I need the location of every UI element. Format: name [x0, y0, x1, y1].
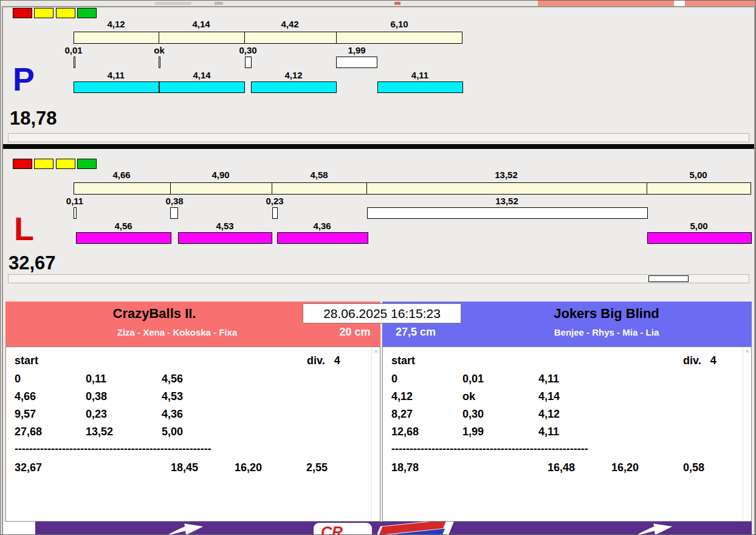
heat-split-bar-segment [366, 182, 647, 195]
dog-time: 4,36 [313, 221, 331, 231]
datetime-display: 28.06.2025 16:15:23 [303, 303, 461, 323]
dog-time: 5,00 [690, 221, 707, 231]
dog-run-bar [277, 232, 368, 244]
result-cell: 0,11 [86, 373, 106, 385]
light-green-icon [77, 8, 97, 18]
lane-strip-marker [648, 275, 689, 282]
background-window-gap [674, 1, 685, 6]
light-green-icon [77, 159, 97, 169]
team-name: CrazyBalls II. [5, 306, 303, 322]
heat-split-time: 4,12 [107, 19, 125, 29]
start-lights [13, 159, 96, 170]
heat-split-bar-segment [74, 182, 171, 195]
col-header-start: start [391, 355, 415, 367]
light-yellow-2-icon [56, 159, 75, 169]
heat-split-bar-segment [244, 32, 337, 44]
empty-track-strip [8, 133, 749, 142]
dog-run-bar [159, 81, 245, 93]
change-gap-marker [367, 207, 648, 219]
result-cell: 4,12 [538, 409, 560, 421]
start-lights [13, 8, 96, 19]
dog-run-bar [377, 81, 463, 93]
dog-run-bar [647, 232, 752, 244]
change-gap-marker [159, 57, 160, 68]
change-time: 0,11 [66, 196, 83, 206]
background-window-pink-strip [538, 1, 756, 6]
change-time: 0,01 [64, 45, 82, 55]
lane-divider [3, 144, 754, 149]
light-red-icon [13, 8, 32, 18]
heat-split-time: 4,90 [211, 170, 229, 180]
team-members: Ziza - Xena - Kokoska - Fixa [5, 327, 349, 337]
heat-split-time: 6,10 [390, 19, 408, 29]
result-cell: 4,11 [538, 373, 559, 385]
dog-time: 4,14 [193, 70, 210, 80]
change-time: 0,38 [165, 196, 183, 206]
dog-run-bar [76, 232, 171, 244]
result-cell: 0,30 [462, 409, 484, 421]
result-cell: 4,14 [538, 391, 560, 403]
heat-split-time: 4,66 [112, 170, 130, 180]
result-cell: 4,56 [162, 373, 183, 385]
col-header-div: div. 4 [307, 355, 340, 367]
right-result-table: start div. 4 0 0,01 4,11 4,12 ok 4,14 8,… [382, 347, 752, 522]
dog-time: 4,11 [411, 70, 428, 80]
jump-height: 20 cm [328, 326, 382, 339]
result-cell: 5,00 [162, 426, 183, 438]
heat-split-bar-segment [159, 32, 245, 44]
heat-split-bar-segment [647, 182, 751, 195]
dog-run-bar [74, 81, 159, 93]
team-members: Benjee - Rhys - Mia - Lia [461, 327, 752, 337]
change-time: 1,99 [348, 45, 365, 55]
left-result-table: start div. 4 0 0,11 4,56 4,66 0,38 4,53 … [5, 347, 380, 522]
window-fragment [155, 2, 191, 5]
window-fragment [215, 2, 223, 5]
heat-split-bar-segment [170, 182, 272, 195]
result-cell: 12,68 [391, 426, 419, 438]
result-cell: 4,53 [162, 391, 183, 403]
heat-split-bar-segment [272, 182, 367, 195]
flyball-timing-screen: 4,12 4,14 4,42 6,10 0,01 ok 0,30 1,99 4,… [0, 0, 756, 535]
table-scrollbar[interactable]: ^ [743, 347, 751, 521]
cr-logo-text: CR [321, 523, 343, 535]
heat-split-bar-segment [336, 32, 462, 44]
scroll-up-icon[interactable]: ^ [372, 350, 380, 356]
division-time: 16,20 [235, 462, 262, 474]
result-cell: 4,66 [15, 391, 36, 403]
footer-banner: CR [3, 522, 752, 535]
col-header-div: div. 4 [683, 355, 716, 367]
heat-split-time: 4,14 [192, 19, 210, 29]
light-yellow-2-icon [56, 8, 75, 18]
result-cell: 0 [15, 373, 21, 385]
table-scrollbar[interactable]: ^ [371, 347, 380, 521]
result-cell: 4,36 [162, 409, 183, 421]
time-difference: 0,58 [683, 462, 704, 474]
cr-logo: CR [314, 523, 372, 535]
dog-time: 4,56 [114, 221, 132, 231]
dog-time: 4,53 [216, 221, 233, 231]
lane-total-time: 32,67 [9, 252, 56, 274]
light-red-icon [13, 159, 32, 169]
result-cell: 27,68 [15, 426, 42, 438]
result-cell: 1,99 [462, 426, 484, 438]
heat-split-time: 5,00 [689, 170, 707, 180]
heat-split-time: 4,58 [310, 170, 328, 180]
scroll-up-icon[interactable]: ^ [743, 350, 751, 356]
change-time: 13,52 [495, 196, 518, 206]
result-cell: 0 [391, 373, 397, 385]
team-name: Jokers Big Blind [461, 306, 752, 322]
change-time: 0,23 [266, 196, 283, 206]
result-cell: 4,12 [391, 391, 413, 403]
separator-dashes: ----------------------------------------… [15, 443, 211, 455]
empty-track-strip [8, 274, 749, 283]
dog-run-bar [178, 232, 272, 244]
result-cell: 13,52 [86, 426, 113, 438]
total-time: 32,67 [15, 462, 42, 474]
change-gap-marker [272, 207, 278, 219]
result-cell: 0,01 [462, 373, 484, 385]
change-gap-marker [170, 207, 178, 219]
light-yellow-1-icon [34, 159, 53, 169]
change-time: ok [154, 45, 165, 55]
result-cell: 9,57 [15, 409, 36, 421]
time-difference: 2,55 [306, 462, 328, 474]
